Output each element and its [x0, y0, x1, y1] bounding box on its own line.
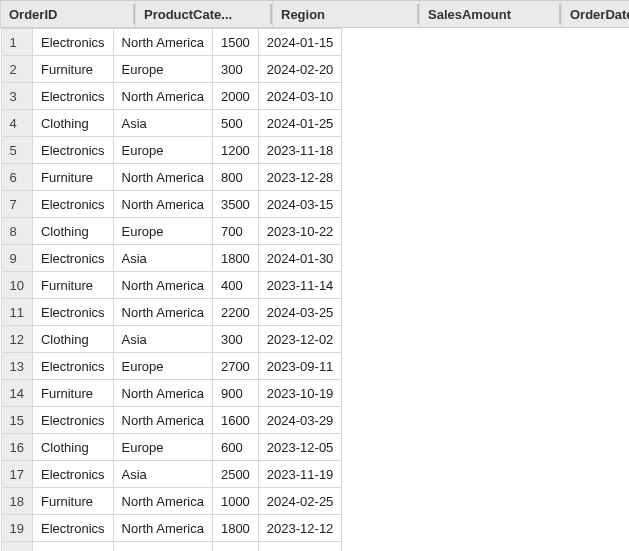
cell-salesamount[interactable]: 2000 [212, 83, 258, 110]
cell-orderid[interactable]: 13 [1, 353, 32, 380]
cell-orderid[interactable]: 15 [1, 407, 32, 434]
cell-region[interactable]: North America [113, 380, 212, 407]
cell-orderid[interactable]: 2 [1, 56, 32, 83]
cell-salesamount[interactable]: 2500 [212, 461, 258, 488]
column-header-orderid[interactable]: OrderID [1, 1, 136, 28]
cell-productcategory[interactable]: Furniture [32, 380, 113, 407]
cell-region[interactable]: North America [113, 515, 212, 542]
cell-productcategory[interactable]: Electronics [32, 137, 113, 164]
cell-orderid[interactable]: 4 [1, 110, 32, 137]
cell-salesamount[interactable]: 1000 [212, 488, 258, 515]
table-row[interactable]: 17ElectronicsAsia25002023-11-19 [1, 461, 342, 488]
cell-orderid[interactable]: 14 [1, 380, 32, 407]
cell-region[interactable]: North America [113, 299, 212, 326]
table-row[interactable]: 8ClothingEurope7002023-10-22 [1, 218, 342, 245]
cell-salesamount[interactable]: 600 [212, 434, 258, 461]
table-row[interactable]: 15ElectronicsNorth America16002024-03-29 [1, 407, 342, 434]
cell-productcategory[interactable]: Furniture [32, 56, 113, 83]
cell-orderdate[interactable]: 2024-03-25 [258, 299, 342, 326]
cell-orderdate[interactable]: 2023-12-28 [258, 164, 342, 191]
cell-orderdate[interactable]: 2024-02-20 [258, 56, 342, 83]
cell-productcategory[interactable]: Electronics [32, 299, 113, 326]
cell-region[interactable]: North America [113, 191, 212, 218]
table-row[interactable]: 10FurnitureNorth America4002023-11-14 [1, 272, 342, 299]
cell-productcategory[interactable]: Electronics [32, 191, 113, 218]
cell-orderdate[interactable]: 2023-10-22 [258, 218, 342, 245]
cell-salesamount[interactable]: 1200 [212, 137, 258, 164]
cell-region[interactable]: North America [113, 83, 212, 110]
cell-orderid[interactable]: 12 [1, 326, 32, 353]
cell-region[interactable]: North America [113, 488, 212, 515]
table-row[interactable]: 1ElectronicsNorth America15002024-01-15 [1, 29, 342, 56]
cell-salesamount[interactable]: 2700 [212, 353, 258, 380]
cell-salesamount[interactable]: 700 [212, 218, 258, 245]
cell-region[interactable]: Asia [113, 110, 212, 137]
cell-orderdate[interactable]: 2023-11-19 [258, 461, 342, 488]
cell-salesamount[interactable]: 400 [212, 542, 258, 552]
table-row[interactable]: 19ElectronicsNorth America18002023-12-12 [1, 515, 342, 542]
cell-orderid[interactable]: 1 [1, 29, 32, 56]
cell-region[interactable]: Europe [113, 434, 212, 461]
cell-region[interactable]: Asia [113, 326, 212, 353]
cell-productcategory[interactable]: Furniture [32, 272, 113, 299]
cell-productcategory[interactable]: Electronics [32, 461, 113, 488]
cell-salesamount[interactable]: 1800 [212, 515, 258, 542]
cell-orderdate[interactable]: 2024-01-25 [258, 110, 342, 137]
table-row[interactable]: 18FurnitureNorth America10002024-02-25 [1, 488, 342, 515]
cell-region[interactable]: Europe [113, 137, 212, 164]
cell-salesamount[interactable]: 800 [212, 164, 258, 191]
table-row[interactable]: 6FurnitureNorth America8002023-12-28 [1, 164, 342, 191]
table-row[interactable]: 13ElectronicsEurope27002023-09-11 [1, 353, 342, 380]
cell-orderdate[interactable]: 2023-11-18 [258, 137, 342, 164]
table-row[interactable]: 4ClothingAsia5002024-01-25 [1, 110, 342, 137]
cell-orderdate[interactable]: 2023-11-14 [258, 272, 342, 299]
column-header-region[interactable]: Region [273, 1, 420, 28]
cell-orderdate[interactable]: 2023-10-19 [258, 380, 342, 407]
cell-orderdate[interactable]: 2024-02-25 [258, 488, 342, 515]
cell-orderdate[interactable]: 2023-12-12 [258, 515, 342, 542]
cell-productcategory[interactable]: Electronics [32, 83, 113, 110]
cell-orderid[interactable]: 16 [1, 434, 32, 461]
cell-salesamount[interactable]: 900 [212, 380, 258, 407]
cell-salesamount[interactable]: 1800 [212, 245, 258, 272]
cell-productcategory[interactable]: Clothing [32, 434, 113, 461]
cell-orderid[interactable]: 6 [1, 164, 32, 191]
cell-orderid[interactable]: 11 [1, 299, 32, 326]
table-row[interactable]: 12ClothingAsia3002023-12-02 [1, 326, 342, 353]
cell-orderdate[interactable]: 2024-04-14 [258, 542, 342, 552]
cell-productcategory[interactable]: Electronics [32, 407, 113, 434]
cell-region[interactable]: Asia [113, 245, 212, 272]
cell-orderdate[interactable]: 2023-12-05 [258, 434, 342, 461]
cell-orderid[interactable]: 10 [1, 272, 32, 299]
cell-region[interactable]: Europe [113, 56, 212, 83]
cell-orderid[interactable]: 20 [1, 542, 32, 552]
cell-region[interactable]: Asia [113, 461, 212, 488]
cell-productcategory[interactable]: Electronics [32, 353, 113, 380]
table-row[interactable]: 7ElectronicsNorth America35002024-03-15 [1, 191, 342, 218]
column-header-salesamount[interactable]: SalesAmount [420, 1, 562, 28]
cell-region[interactable]: Europe [113, 353, 212, 380]
cell-productcategory[interactable]: Clothing [32, 326, 113, 353]
column-header-productcategory[interactable]: ProductCate... [136, 1, 273, 28]
table-row[interactable]: 3ElectronicsNorth America20002024-03-10 [1, 83, 342, 110]
cell-orderid[interactable]: 7 [1, 191, 32, 218]
cell-productcategory[interactable]: Electronics [32, 515, 113, 542]
cell-region[interactable]: North America [113, 407, 212, 434]
cell-salesamount[interactable]: 1500 [212, 29, 258, 56]
cell-productcategory[interactable]: Furniture [32, 164, 113, 191]
cell-salesamount[interactable]: 1600 [212, 407, 258, 434]
cell-salesamount[interactable]: 300 [212, 326, 258, 353]
cell-productcategory[interactable]: Electronics [32, 29, 113, 56]
cell-salesamount[interactable]: 2200 [212, 299, 258, 326]
cell-orderdate[interactable]: 2024-03-29 [258, 407, 342, 434]
table-row[interactable]: 20ClothingEurope4002024-04-14 [1, 542, 342, 552]
cell-region[interactable]: Europe [113, 218, 212, 245]
cell-productcategory[interactable]: Furniture [32, 488, 113, 515]
data-table[interactable]: OrderID ProductCate... Region SalesAmoun… [0, 0, 629, 551]
cell-salesamount[interactable]: 300 [212, 56, 258, 83]
cell-productcategory[interactable]: Clothing [32, 110, 113, 137]
cell-orderid[interactable]: 5 [1, 137, 32, 164]
cell-orderid[interactable]: 19 [1, 515, 32, 542]
cell-salesamount[interactable]: 3500 [212, 191, 258, 218]
cell-productcategory[interactable]: Electronics [32, 245, 113, 272]
